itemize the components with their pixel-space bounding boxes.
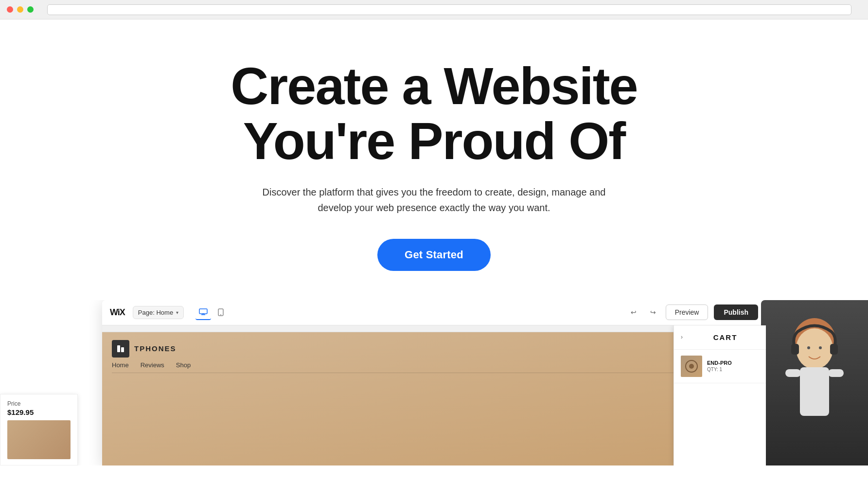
price-image	[7, 420, 71, 459]
svg-point-8	[689, 364, 694, 369]
editor-canvas: TPHONES Home Reviews Shop › CART	[102, 325, 766, 465]
hero-title-line2: You're Proud Of	[243, 111, 625, 170]
nav-home[interactable]: Home	[112, 361, 129, 369]
svg-rect-0	[199, 309, 207, 314]
cart-item-qty: QTY: 1	[707, 367, 764, 372]
page-selector[interactable]: Page: Home ▾	[133, 306, 184, 319]
wix-logo: WiX	[110, 307, 125, 318]
minimize-button[interactable]	[17, 6, 23, 13]
publish-button[interactable]: Publish	[714, 304, 758, 320]
svg-rect-14	[830, 344, 838, 355]
svg-rect-17	[828, 369, 844, 377]
nav-reviews[interactable]: Reviews	[141, 361, 164, 369]
cart-header: › CART	[674, 325, 766, 350]
hero-title-line1: Create a Website	[230, 56, 637, 115]
hero-title: Create a Website You're Proud Of	[230, 58, 637, 169]
get-started-button[interactable]: Get Started	[377, 239, 491, 271]
site-nav: Home Reviews Shop	[112, 361, 756, 373]
editor-chrome: WiX Page: Home ▾ ↩ ↪ Preview Publish	[102, 300, 766, 465]
svg-rect-15	[800, 367, 829, 416]
person-svg	[766, 310, 863, 465]
person-preview	[761, 300, 868, 465]
svg-rect-6	[121, 347, 124, 352]
svg-point-4	[220, 314, 221, 315]
redo-button[interactable]: ↪	[646, 305, 660, 319]
cart-item: END-PRO QTY: 1	[674, 350, 766, 383]
mobile-view-icon[interactable]	[213, 304, 229, 320]
editor-toolbar: WiX Page: Home ▾ ↩ ↪ Preview Publish	[102, 300, 766, 325]
cart-item-name: END-PRO	[707, 360, 764, 366]
chevron-down-icon: ▾	[176, 310, 178, 315]
hero-section: Create a Website You're Proud Of Discove…	[0, 19, 868, 300]
fullscreen-button[interactable]	[27, 6, 34, 13]
window-chrome	[0, 0, 868, 19]
person-figure	[761, 300, 868, 465]
cart-panel: › CART END-PRO QTY: 1	[673, 325, 766, 465]
toolbar-right: ↩ ↪ Preview Publish	[627, 304, 758, 320]
svg-point-10	[796, 328, 833, 369]
canvas-content: TPHONES Home Reviews Shop	[102, 332, 766, 381]
address-bar[interactable]	[47, 4, 851, 15]
svg-rect-5	[117, 345, 120, 352]
svg-rect-13	[791, 344, 799, 355]
editor-preview-section: Price $129.95 WiX Page: Home ▾ ↩	[0, 300, 868, 465]
site-logo-area: TPHONES	[112, 340, 756, 358]
price-card: Price $129.95	[0, 394, 78, 465]
svg-point-12	[819, 346, 822, 349]
site-name: TPHONES	[134, 344, 177, 353]
svg-point-11	[807, 346, 810, 349]
hero-subtitle: Discover the platform that gives you the…	[249, 184, 619, 215]
undo-button[interactable]: ↩	[627, 305, 640, 319]
view-icons	[195, 304, 229, 320]
price-label: Price	[7, 400, 71, 407]
nav-shop[interactable]: Shop	[176, 361, 191, 369]
close-button[interactable]	[7, 6, 13, 13]
site-logo-icon	[112, 340, 129, 358]
cart-item-info: END-PRO QTY: 1	[707, 360, 764, 372]
cart-title: CART	[687, 333, 764, 341]
cart-chevron-icon[interactable]: ›	[681, 334, 683, 340]
canvas-ruler	[102, 325, 766, 332]
cart-item-image	[681, 356, 702, 377]
desktop-view-icon[interactable]	[195, 304, 211, 320]
preview-button[interactable]: Preview	[666, 304, 709, 320]
price-value: $129.95	[7, 408, 71, 416]
page-selector-label: Page: Home	[138, 309, 173, 316]
svg-rect-16	[785, 369, 801, 377]
